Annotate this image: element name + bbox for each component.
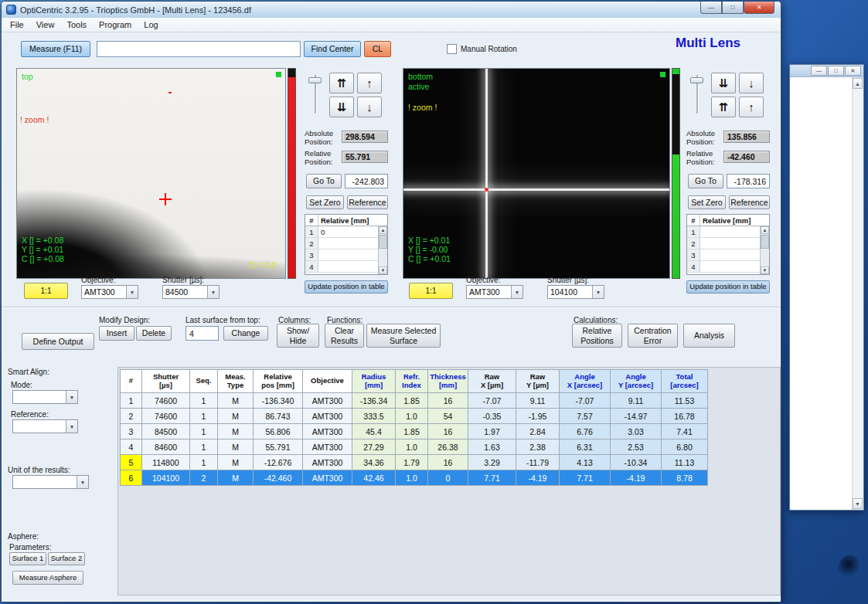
maximize-icon[interactable]: □ xyxy=(722,2,744,14)
change-button[interactable]: Change xyxy=(223,326,268,341)
set-zero-button[interactable]: Set Zero xyxy=(306,195,344,209)
column-header[interactable]: Radius [mm] xyxy=(352,370,396,393)
scrollbar-thumb[interactable] xyxy=(761,235,769,249)
chevron-down-icon[interactable]: ▼ xyxy=(592,286,604,298)
minimize-icon[interactable]: — xyxy=(811,66,827,76)
minimize-icon[interactable]: — xyxy=(700,2,722,14)
centration-error-button[interactable]: Centration Error xyxy=(628,324,678,348)
goto-input[interactable] xyxy=(727,174,770,188)
column-header[interactable]: Angle Y [arcsec] xyxy=(611,370,662,393)
unit-select[interactable]: ▼ xyxy=(12,475,89,489)
update-position-button[interactable]: Update position in table xyxy=(305,280,388,294)
chevron-down-icon[interactable]: ▼ xyxy=(126,286,138,298)
scrollbar-thumb[interactable] xyxy=(379,235,387,249)
insert-button[interactable]: Insert xyxy=(99,326,134,341)
relative-position-table[interactable]: # Relative [mm] 1 0 2 3 4 ▲ ▼ xyxy=(305,214,388,275)
column-header[interactable]: Seq. xyxy=(190,370,218,393)
maximize-icon[interactable]: □ xyxy=(828,66,844,76)
list-item[interactable]: 3 xyxy=(687,249,769,261)
menu-tools[interactable]: Tools xyxy=(60,19,93,31)
update-position-button[interactable]: Update position in table xyxy=(686,280,770,294)
reference-button[interactable]: Reference xyxy=(729,195,770,209)
column-header[interactable]: Angle X [arcsec] xyxy=(560,370,611,393)
column-header[interactable]: # xyxy=(121,370,142,393)
chevron-down-icon[interactable]: ▼ xyxy=(207,286,219,298)
goto-button[interactable]: Go To xyxy=(688,174,723,188)
manual-rotation-label[interactable]: Manual Rotation xyxy=(461,45,517,53)
clear-results-button[interactable]: Clear Results xyxy=(325,324,364,348)
move-down-button[interactable]: ↓ xyxy=(739,73,764,93)
scrollbar[interactable]: ▲ ▼ xyxy=(378,226,387,274)
move-fast-down-button[interactable]: ⇊ xyxy=(329,97,354,117)
scroll-up-icon[interactable]: ▲ xyxy=(379,226,387,234)
scroll-up-icon[interactable]: ▲ xyxy=(761,226,769,234)
list-item[interactable]: 4 xyxy=(305,261,387,273)
scroll-up-icon[interactable]: ▲ xyxy=(853,78,863,89)
relative-position-table[interactable]: # Relative [mm] 1 2 3 4 ▲ ▼ xyxy=(686,214,770,275)
speed-slider[interactable] xyxy=(688,73,706,117)
scroll-down-icon[interactable]: ▼ xyxy=(379,266,387,274)
menu-file[interactable]: File xyxy=(4,19,30,31)
table-row[interactable]: 1746001M-136.340AMT300-136.341.8516-7.07… xyxy=(121,393,708,409)
titlebar[interactable]: OptiCentric 3.2.95 - Trioptics GmbH - [M… xyxy=(2,2,781,18)
move-fast-up-button[interactable]: ⇈ xyxy=(711,97,736,117)
speed-slider[interactable] xyxy=(306,73,325,117)
reference-select[interactable]: ▼ xyxy=(12,419,78,433)
menu-view[interactable]: View xyxy=(30,19,61,31)
shutter-select[interactable]: 84500 ▼ xyxy=(162,285,220,299)
surface2-button[interactable]: Surface 2 xyxy=(48,552,85,565)
find-center-button[interactable]: Find Center xyxy=(304,41,361,57)
scrollbar[interactable]: ▲ ▼ xyxy=(852,77,863,510)
column-header[interactable]: Refr. Index xyxy=(396,370,428,393)
list-item[interactable]: 1 0 xyxy=(305,226,387,238)
menu-program[interactable]: Program xyxy=(93,19,138,31)
app-icon[interactable] xyxy=(6,5,16,15)
scroll-down-icon[interactable]: ▼ xyxy=(761,266,769,274)
chevron-down-icon[interactable]: ▼ xyxy=(77,476,88,488)
menu-log[interactable]: Log xyxy=(138,19,164,31)
chevron-down-icon[interactable]: ▼ xyxy=(66,391,77,403)
table-row[interactable]: 61041002M-42.460AMT30042.461.007.71-4.19… xyxy=(121,470,708,486)
analysis-button[interactable]: Analysis xyxy=(683,324,735,348)
column-header[interactable]: Objective xyxy=(303,370,352,393)
scale-button[interactable]: 1:1 xyxy=(24,283,68,299)
close-icon[interactable]: ✕ xyxy=(845,66,861,76)
scroll-down-icon[interactable]: ▼ xyxy=(853,498,863,509)
background-window-titlebar[interactable]: — □ ✕ xyxy=(790,65,863,77)
goto-input[interactable] xyxy=(345,174,388,188)
column-header[interactable]: Shutter [µs] xyxy=(142,370,190,393)
relative-positions-button[interactable]: Relative Positions xyxy=(572,324,622,348)
list-item[interactable]: 1 xyxy=(687,226,769,238)
scale-button[interactable]: 1:1 xyxy=(409,283,453,299)
move-fast-up-button[interactable]: ⇈ xyxy=(329,73,354,93)
chevron-down-icon[interactable]: ▼ xyxy=(66,420,77,433)
list-item[interactable]: 2 xyxy=(687,238,769,249)
chevron-down-icon[interactable]: ▼ xyxy=(511,286,523,298)
background-window[interactable]: — □ ✕ ▲ ▼ xyxy=(789,64,864,511)
measure-selected-button[interactable]: Measure Selected Surface xyxy=(366,324,441,348)
mode-select[interactable]: ▼ xyxy=(12,390,78,404)
table-row[interactable]: 51148001M-12.676AMT30034.361.79163.29-11… xyxy=(121,455,708,470)
move-up-button[interactable]: ↑ xyxy=(357,73,382,93)
delete-button[interactable]: Delete xyxy=(136,326,172,341)
measure-asphere-button[interactable]: Measure Asphere xyxy=(12,571,83,585)
column-header[interactable]: Meas. Type xyxy=(218,370,254,393)
camera-view-top[interactable]: top ! zoom ! X [] = +0.08 Y [] = +0.01 C… xyxy=(16,68,286,279)
column-header[interactable]: Raw X [µm] xyxy=(468,370,516,393)
manual-rotation-checkbox[interactable] xyxy=(447,44,457,54)
show-hide-button[interactable]: Show/ Hide xyxy=(277,324,319,348)
column-header[interactable]: Thickness [mm] xyxy=(428,370,468,393)
surface1-button[interactable]: Surface 1 xyxy=(9,552,46,565)
column-header[interactable]: Relative pos [mm] xyxy=(254,370,303,393)
goto-button[interactable]: Go To xyxy=(306,174,342,188)
camera-view-bottom[interactable]: bottom active ! zoom ! X [] = +0.01 Y []… xyxy=(403,68,670,279)
reference-button[interactable]: Reference xyxy=(347,195,388,209)
set-zero-button[interactable]: Set Zero xyxy=(688,195,726,209)
shutter-select[interactable]: 104100 ▼ xyxy=(547,285,604,299)
define-output-button[interactable]: Define Output xyxy=(22,333,94,350)
cl-button[interactable]: CL xyxy=(364,41,391,57)
close-icon[interactable]: ✕ xyxy=(744,2,774,14)
table-row[interactable]: 2746001M86.743AMT300333.51.054-0.35-1.95… xyxy=(121,409,708,424)
list-item[interactable]: 2 xyxy=(305,238,387,249)
move-up-button[interactable]: ↑ xyxy=(739,97,764,117)
